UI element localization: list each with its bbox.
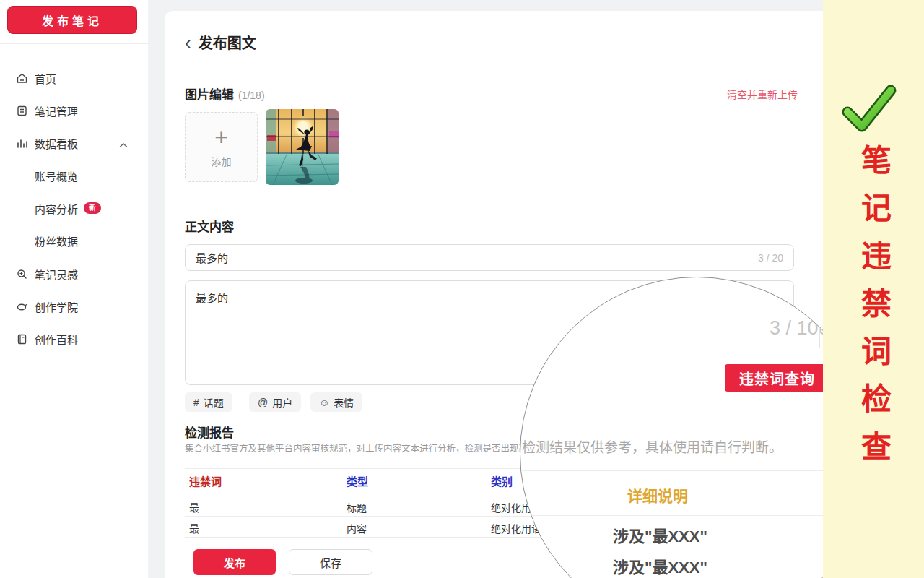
- sidebar-subitem-content-analysis[interactable]: 内容分析 新: [0, 197, 148, 219]
- save-button[interactable]: 保存: [289, 549, 372, 575]
- detail-cell: 涉及"最XXX": [613, 554, 707, 577]
- sidebar-item-home[interactable]: 首页: [0, 67, 148, 89]
- col-header-type: 类型: [346, 473, 368, 488]
- table-cell-type: 标题: [346, 500, 367, 514]
- emoji-chip-button[interactable]: ☺ 表情: [310, 392, 362, 412]
- academy-icon: [16, 301, 28, 313]
- sidebar-subitem-fans-data[interactable]: 粉丝数据: [0, 230, 148, 251]
- home-icon: [16, 72, 28, 85]
- report-disclaimer: 检测结果仅供参考，具体使用请自行判断。: [522, 436, 783, 456]
- plus-icon: +: [214, 126, 228, 148]
- app-window: 发布笔记 首页 笔记管理 数据看板 账号概览: [0, 0, 924, 578]
- mention-chip-button[interactable]: @ 用户: [249, 392, 301, 412]
- at-icon: @: [258, 397, 268, 408]
- sidebar-item-creator-academy[interactable]: 创作学院: [0, 296, 148, 317]
- sidebar-item-label: 账号概览: [35, 168, 78, 184]
- sidebar-item-creator-wiki[interactable]: 创作百科: [0, 328, 148, 350]
- magnified-divider: [520, 348, 873, 348]
- mention-chip-label: 用户: [272, 395, 292, 410]
- col-header-category: 类别: [491, 473, 513, 488]
- topic-chip-button[interactable]: # 话题: [185, 392, 232, 412]
- clear-reupload-link[interactable]: 清空并重新上传: [727, 87, 798, 101]
- title-char-counter: 3 / 20: [758, 252, 783, 264]
- col-header-detail: 详细说明: [600, 484, 715, 506]
- add-image-button[interactable]: + 添加: [185, 112, 258, 182]
- image-editor-heading: 图片编辑(1/18): [185, 85, 265, 103]
- wiki-icon: [16, 333, 28, 345]
- table-cell-word: 最: [189, 500, 199, 514]
- sidebar-item-label: 笔记灵感: [35, 267, 78, 282]
- title-input-value: 最多的: [196, 250, 758, 265]
- sidebar-subitem-account-overview[interactable]: 账号概览: [0, 165, 148, 186]
- publish-note-button[interactable]: 发布笔记: [7, 6, 137, 34]
- sidebar-item-label: 数据看板: [35, 136, 78, 151]
- sidebar-item-data-dashboard[interactable]: 数据看板: [0, 132, 148, 154]
- body-textarea-value: 最多的: [196, 292, 228, 304]
- chevron-up-icon[interactable]: [119, 138, 128, 150]
- page-title: 发布图文: [199, 32, 256, 53]
- check-icon: [839, 83, 898, 138]
- detail-cell: 涉及"最XXX": [613, 523, 707, 546]
- sidebar-divider: [0, 43, 148, 44]
- new-badge: 新: [84, 202, 101, 214]
- sidebar-item-label: 粉丝数据: [35, 233, 78, 249]
- col-header-word: 违禁词: [189, 473, 222, 488]
- chart-icon: [16, 137, 28, 150]
- promo-vertical-text: 笔记违禁词检查: [852, 144, 896, 478]
- notes-icon: [16, 105, 28, 117]
- image-editor-title: 图片编辑: [185, 88, 234, 102]
- title-input[interactable]: 最多的 3 / 20: [185, 244, 794, 271]
- sidebar-item-label: 创作百科: [35, 332, 78, 347]
- report-section-title: 检测报告: [185, 423, 234, 441]
- sidebar-item-note-inspiration[interactable]: 笔记灵感: [0, 263, 148, 285]
- magnified-divider: [520, 470, 873, 471]
- emoji-chip-label: 表情: [334, 395, 354, 410]
- sidebar-item-label: 内容分析: [35, 201, 78, 216]
- smiley-icon: ☺: [319, 397, 329, 408]
- table-cell-word: 最: [189, 521, 199, 535]
- table-cell-type: 内容: [346, 521, 367, 535]
- sidebar-item-label: 首页: [35, 71, 56, 86]
- sidebar-item-label: 创作学院: [35, 299, 78, 314]
- back-icon[interactable]: ‹: [185, 33, 191, 52]
- sidebar-item-label: 笔记管理: [35, 103, 78, 118]
- note-image-thumbnail[interactable]: [266, 109, 339, 185]
- sidebar-item-note-management[interactable]: 笔记管理: [0, 100, 148, 121]
- promo-side-panel: 笔记违禁词检查: [823, 0, 924, 578]
- add-image-label: 添加: [212, 154, 232, 168]
- topic-chip-label: 话题: [204, 395, 224, 410]
- magnified-divider: [520, 515, 873, 516]
- image-count: (1/18): [238, 90, 265, 101]
- hash-icon: #: [193, 397, 199, 408]
- body-section-title: 正文内容: [185, 217, 234, 235]
- inspiration-icon: [16, 268, 28, 280]
- sidebar: 发布笔记 首页 笔记管理 数据看板 账号概览: [0, 0, 148, 578]
- publish-button[interactable]: 发布: [193, 549, 276, 575]
